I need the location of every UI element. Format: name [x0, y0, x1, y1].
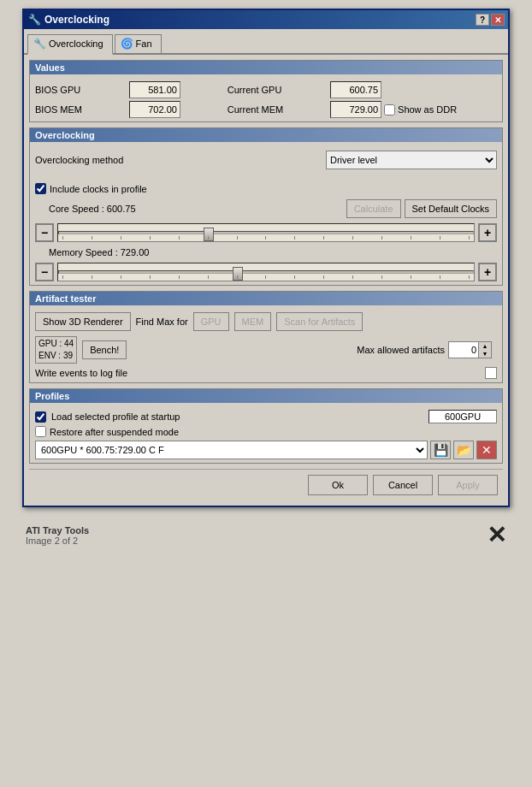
gpu-button[interactable]: GPU	[193, 312, 229, 331]
artifacts-spinner: ▲ ▼	[448, 341, 492, 358]
tab-bar: 🔧 Overclocking 🌀 Fan	[24, 29, 508, 55]
load-startup-row: Load selected profile at startup 600GPU	[35, 410, 497, 423]
artifact-header: Artifact tester	[30, 292, 502, 305]
memory-slider-row: −	[30, 261, 502, 285]
load-profile-button[interactable]: 📂	[453, 441, 474, 459]
restore-checkbox[interactable]	[35, 426, 46, 437]
values-grid: BIOS GPU Current GPU BIOS MEM Current ME…	[30, 78, 502, 121]
artifact-row1: Show 3D Renderer Find Max for GPU MEM Sc…	[30, 309, 502, 334]
help-button[interactable]: ?	[476, 14, 489, 26]
window-icon: 🔧	[27, 13, 41, 27]
core-slider-row: −	[30, 222, 502, 246]
find-max-label: Find Max for	[136, 317, 188, 327]
profile-combo-row: 600GPU * 600.75:729.00 C F 💾 📂 ✕	[35, 441, 497, 459]
oc-method-row: Overclocking method Driver level Hardwar…	[30, 145, 502, 175]
max-artifacts-input[interactable]	[448, 341, 479, 358]
gpu-env-box: GPU : 44 ENV : 39	[35, 336, 77, 364]
window-content: Values BIOS GPU Current GPU BIOS MEM Cur…	[24, 55, 508, 506]
current-mem-row: Show as DDR	[330, 101, 497, 118]
include-clocks-checkbox[interactable]	[35, 183, 46, 194]
tab-fan[interactable]: 🌀 Fan	[115, 34, 162, 53]
load-startup-checkbox[interactable]	[35, 411, 46, 423]
show-ddr-checkbox[interactable]	[384, 104, 395, 115]
current-mem-input[interactable]	[330, 101, 381, 118]
spin-down-button[interactable]: ▼	[479, 350, 491, 358]
artifacts-inline-row: Max allowed artifacts ▲ ▼	[130, 340, 497, 360]
close-footer-button[interactable]: ✕	[487, 521, 506, 549]
title-controls: ? ✕	[476, 14, 505, 26]
core-slider-track[interactable]	[57, 223, 475, 242]
log-row: Write events to log file	[30, 365, 502, 382]
mem-button[interactable]: MEM	[234, 312, 272, 331]
speed-buttons-row: Core Speed : 600.75 Calculate Set Defaul…	[30, 198, 502, 222]
memory-slider-track[interactable]	[57, 263, 475, 281]
include-clocks-label: Include clocks in profile	[50, 184, 147, 194]
gpu-value: GPU : 44	[38, 338, 74, 350]
close-button[interactable]: ✕	[491, 14, 505, 26]
log-checkbox[interactable]	[485, 367, 497, 379]
restore-row: Restore after suspended mode	[35, 426, 497, 437]
calc-buttons: Calculate Set Default Clocks	[346, 199, 497, 218]
max-artifacts-label: Max allowed artifacts	[357, 345, 445, 355]
method-dropdown[interactable]: Driver level Hardware level Software lev…	[326, 151, 497, 169]
title-bar-left: 🔧 Overclocking	[27, 13, 109, 27]
tab-fan-label: Fan	[136, 38, 152, 49]
footer: ATI Tray Tools Image 2 of 2 ✕	[22, 521, 510, 549]
image-info: Image 2 of 2	[26, 536, 89, 546]
window-title: Overclocking	[44, 14, 109, 26]
overclocking-section: Overclocking Overclocking method Driver …	[29, 127, 503, 286]
tab-oc-icon: 🔧	[33, 38, 46, 50]
app-name: ATI Tray Tools	[26, 525, 89, 536]
show-3d-button[interactable]: Show 3D Renderer	[35, 312, 131, 331]
cancel-button[interactable]: Cancel	[373, 475, 433, 495]
profile-name-box: 600GPU	[429, 410, 497, 423]
ok-button[interactable]: Ok	[308, 475, 368, 495]
restore-label: Restore after suspended mode	[50, 427, 179, 437]
env-value: ENV : 39	[38, 350, 74, 362]
title-bar: 🔧 Overclocking ? ✕	[24, 10, 508, 29]
current-mem-label: Current MEM	[228, 104, 323, 115]
tab-fan-icon: 🌀	[121, 38, 133, 50]
show-ddr-label: Show as DDR	[398, 104, 457, 115]
bios-gpu-input[interactable]	[129, 81, 180, 98]
current-gpu-label: Current GPU	[228, 85, 323, 95]
main-window: 🔧 Overclocking ? ✕ 🔧 Overclocking 🌀 Fan …	[22, 9, 510, 507]
bios-gpu-label: BIOS GPU	[35, 85, 122, 95]
tab-overclocking[interactable]: 🔧 Overclocking	[27, 34, 113, 55]
memory-speed-row: Memory Speed : 729.00	[30, 246, 502, 261]
tab-oc-label: Overclocking	[49, 38, 103, 49]
core-plus-button[interactable]: +	[478, 223, 497, 242]
profiles-section: Profiles Load selected profile at startu…	[29, 388, 503, 464]
log-label: Write events to log file	[35, 368, 127, 378]
load-startup-label: Load selected profile at startup	[51, 411, 180, 422]
bios-mem-input[interactable]	[129, 101, 180, 118]
artifact-row2: GPU : 44 ENV : 39 Bench! Max allowed art…	[30, 334, 502, 365]
include-clocks-row: Include clocks in profile	[30, 180, 502, 198]
save-profile-button[interactable]: 💾	[430, 441, 451, 459]
bench-button[interactable]: Bench!	[82, 340, 127, 359]
memory-speed-label: Memory Speed : 729.00	[49, 247, 149, 257]
method-label: Overclocking method	[35, 155, 123, 165]
values-section: Values BIOS GPU Current GPU BIOS MEM Cur…	[29, 60, 503, 122]
memory-minus-button[interactable]: −	[35, 263, 54, 281]
profiles-body: Load selected profile at startup 600GPU …	[30, 406, 502, 463]
profiles-header: Profiles	[30, 389, 502, 403]
bios-mem-label: BIOS MEM	[35, 104, 122, 115]
bottom-buttons: Ok Cancel Apply	[29, 469, 503, 500]
scan-button[interactable]: Scan for Artifacts	[276, 312, 363, 331]
delete-profile-button[interactable]: ✕	[476, 441, 497, 459]
overclocking-header: Overclocking	[30, 128, 502, 142]
core-speed-label: Core Speed : 600.75	[49, 204, 136, 214]
spin-arrows: ▲ ▼	[479, 341, 492, 358]
set-default-button[interactable]: Set Default Clocks	[405, 199, 497, 218]
footer-text: ATI Tray Tools Image 2 of 2	[26, 525, 89, 546]
profile-combo[interactable]: 600GPU * 600.75:729.00 C F	[35, 441, 428, 459]
core-minus-button[interactable]: −	[35, 223, 54, 242]
artifact-tester-section: Artifact tester Show 3D Renderer Find Ma…	[29, 291, 503, 383]
apply-button[interactable]: Apply	[438, 475, 498, 495]
spin-up-button[interactable]: ▲	[479, 342, 491, 350]
calculate-button[interactable]: Calculate	[346, 199, 401, 218]
current-gpu-input[interactable]	[330, 81, 381, 98]
memory-plus-button[interactable]: +	[478, 263, 497, 281]
values-header: Values	[30, 61, 502, 74]
